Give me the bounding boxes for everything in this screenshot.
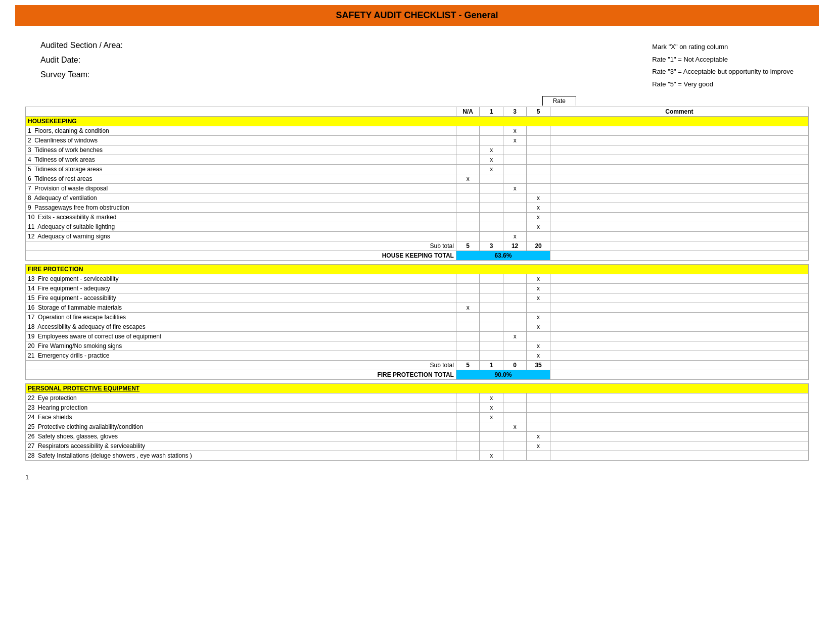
na-col-header: N/A	[456, 107, 479, 116]
r5-cell	[527, 451, 550, 460]
table-row: 7 Provision of waste disposal x	[26, 183, 809, 193]
table-row: 12 Adequacy of warning signs x	[26, 231, 809, 241]
r3-cell	[503, 155, 526, 164]
na-cell	[456, 231, 479, 241]
r1-cell: x	[480, 451, 503, 460]
subtotal-label: Sub total	[26, 360, 456, 370]
r3-cell	[503, 164, 526, 174]
comment-col-header: Comment	[550, 107, 808, 116]
comment-cell	[550, 293, 808, 303]
comment-cell	[550, 164, 808, 174]
r5-cell	[527, 135, 550, 145]
r3-cell: x	[503, 422, 526, 431]
top-section: Audited Section / Area: Audit Date: Surv…	[0, 31, 834, 96]
r5-cell	[527, 422, 550, 431]
rate-label: Rate	[542, 96, 576, 106]
r1-cell	[480, 135, 503, 145]
total-value: 90.0%	[456, 370, 550, 379]
na-cell	[456, 222, 479, 231]
r3-cell	[503, 283, 526, 293]
comment-cell	[550, 312, 808, 322]
item-label: 17 Operation of fire escape facilities	[26, 312, 456, 322]
legend-line1: Mark "X" on rating column	[652, 41, 794, 54]
r3-cell	[503, 222, 526, 231]
r5-cell: x	[527, 283, 550, 293]
r1-cell: x	[480, 403, 503, 412]
r3-cell	[503, 274, 526, 283]
r3-cell: x	[503, 183, 526, 193]
item-col-header	[26, 107, 456, 116]
page-number: 1	[0, 471, 834, 483]
na-cell	[456, 183, 479, 193]
r5-cell: x	[527, 203, 550, 212]
audited-section-label: Audited Section / Area:	[40, 38, 123, 53]
na-cell	[456, 341, 479, 351]
r5-cell: x	[527, 322, 550, 331]
table-row: 20 Fire Warning/No smoking signs x	[26, 341, 809, 351]
na-cell	[456, 431, 479, 441]
item-label: 2 Cleanliness of windows	[26, 135, 456, 145]
r5-cell	[527, 183, 550, 193]
table-row: 1 Floors, cleaning & condition x	[26, 126, 809, 135]
section-title: FIRE PROTECTION	[26, 264, 809, 274]
r3-cell: x	[503, 126, 526, 135]
r3-cell	[503, 303, 526, 312]
na-cell: x	[456, 303, 479, 312]
comment-cell	[550, 212, 808, 222]
comment-cell	[550, 174, 808, 183]
table-row: 2 Cleanliness of windows x	[26, 135, 809, 145]
comment-cell	[550, 222, 808, 231]
item-label: 6 Tidiness of rest areas	[26, 174, 456, 183]
r5-col-header: 5	[527, 107, 550, 116]
r3-cell	[503, 203, 526, 212]
r1-cell	[480, 174, 503, 183]
na-cell	[456, 203, 479, 212]
na-cell	[456, 155, 479, 164]
table-row: 16 Storage of flammable materials x	[26, 303, 809, 312]
subtotal-na: 5	[456, 360, 479, 370]
r3-cell	[503, 431, 526, 441]
r5-cell	[527, 164, 550, 174]
na-cell	[456, 322, 479, 331]
legend-line3: Rate "3" = Acceptable but opportunity to…	[652, 66, 794, 78]
r3-cell	[503, 441, 526, 451]
r5-cell	[527, 412, 550, 422]
comment-cell	[550, 422, 808, 431]
r1-cell	[480, 203, 503, 212]
table-row: 23 Hearing protection x	[26, 403, 809, 412]
r5-cell: x	[527, 431, 550, 441]
r1-cell: x	[480, 164, 503, 174]
r1-cell	[480, 126, 503, 135]
r5-cell	[527, 393, 550, 403]
table-row: 26 Safety shoes, glasses, gloves x	[26, 431, 809, 441]
table-row: 24 Face shields x	[26, 412, 809, 422]
r3-cell	[503, 351, 526, 360]
comment-cell	[550, 431, 808, 441]
subtotal-row: Sub total 5 3 12 20	[26, 241, 809, 251]
na-cell	[456, 422, 479, 431]
main-content: Rate N/A 1 3 5 Comment HOUSEKEEPING 1 Fl…	[0, 96, 834, 471]
item-label: 9 Passageways free from obstruction	[26, 203, 456, 212]
r5-cell	[527, 145, 550, 155]
section-title: PERSONAL PROTECTIVE EQUIPMENT	[26, 383, 809, 393]
item-label: 27 Respirators accessibility & serviceab…	[26, 441, 456, 451]
table-row: 6 Tidiness of rest areas x	[26, 174, 809, 183]
r1-cell	[480, 322, 503, 331]
table-row: 21 Emergency drills - practice x	[26, 351, 809, 360]
subtotal-r5: 35	[527, 360, 550, 370]
total-label: HOUSE KEEPING TOTAL	[26, 251, 456, 260]
r1-cell	[480, 422, 503, 431]
r5-cell: x	[527, 212, 550, 222]
item-label: 20 Fire Warning/No smoking signs	[26, 341, 456, 351]
r3-cell: x	[503, 231, 526, 241]
subtotal-r1: 1	[480, 360, 503, 370]
comment-cell	[550, 193, 808, 203]
total-comment	[550, 251, 808, 260]
r5-cell	[527, 126, 550, 135]
comment-cell	[550, 203, 808, 212]
audit-info: Audited Section / Area: Audit Date: Surv…	[40, 38, 123, 91]
na-cell	[456, 312, 479, 322]
na-cell	[456, 293, 479, 303]
r3-cell	[503, 174, 526, 183]
legend-line4: Rate "5" = Very good	[652, 78, 794, 91]
